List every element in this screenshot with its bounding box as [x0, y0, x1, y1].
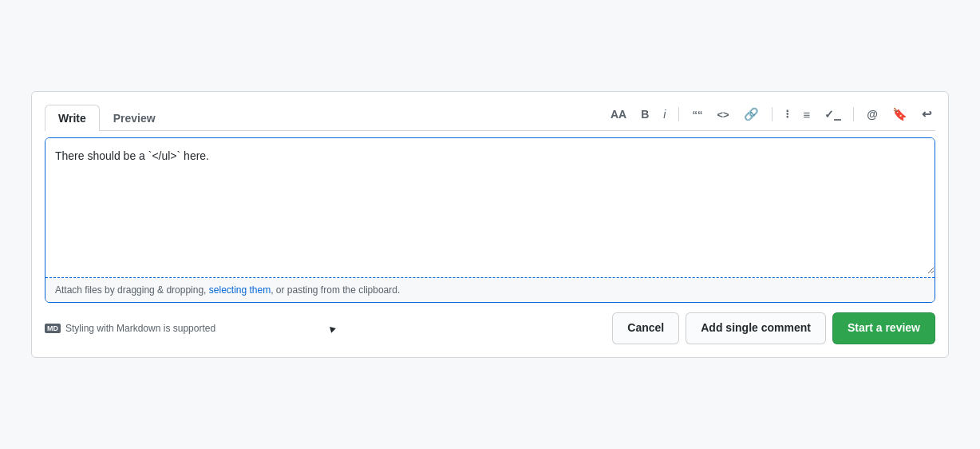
- markdown-icon: MD: [45, 324, 61, 333]
- link-button[interactable]: 🔗: [741, 105, 762, 123]
- editor-container: Write Preview AA B i ““ <> 🔗 ⁝ ≡ ✓⎯ @ 🔖 …: [31, 91, 949, 358]
- button-group: Cancel Add single comment Start a review: [612, 312, 935, 344]
- cancel-button[interactable]: Cancel: [612, 312, 679, 344]
- mention-button[interactable]: @: [863, 106, 881, 122]
- task-list-button[interactable]: ✓⎯: [821, 106, 844, 122]
- attach-text-after: , or pasting from the clipboard.: [271, 284, 400, 296]
- bottom-row: MD Styling with Markdown is supported Ca…: [45, 312, 935, 344]
- selecting-them-link[interactable]: selecting them: [209, 284, 271, 296]
- ordered-list-button[interactable]: ≡: [800, 106, 814, 123]
- quote-button[interactable]: ““: [689, 107, 705, 122]
- unordered-list-button[interactable]: ⁝: [782, 105, 792, 123]
- reply-button[interactable]: ↩: [919, 105, 935, 123]
- start-review-button[interactable]: Start a review: [832, 312, 935, 344]
- attach-text-before: Attach files by dragging & dropping,: [55, 284, 209, 296]
- italic-button[interactable]: i: [660, 106, 669, 122]
- heading-button[interactable]: AA: [607, 106, 630, 122]
- toolbar-divider-2: [772, 107, 773, 121]
- markdown-badge: MD Styling with Markdown is supported: [45, 323, 215, 334]
- tabs-toolbar: Write Preview AA B i ““ <> 🔗 ⁝ ≡ ✓⎯ @ 🔖 …: [45, 105, 935, 131]
- tab-preview[interactable]: Preview: [100, 105, 169, 131]
- markdown-label: Styling with Markdown is supported: [65, 323, 215, 334]
- attach-bar: Attach files by dragging & dropping, sel…: [45, 277, 935, 302]
- cursor-arrow-indicator: [330, 325, 337, 333]
- textarea-wrapper: There should be a `</ul>` here. Attach f…: [45, 137, 935, 303]
- toolbar-divider-3: [853, 107, 854, 121]
- comment-textarea[interactable]: There should be a `</ul>` here.: [45, 138, 935, 274]
- tab-write[interactable]: Write: [45, 105, 100, 131]
- add-single-comment-button[interactable]: Add single comment: [686, 312, 826, 344]
- toolbar: AA B i ““ <> 🔗 ⁝ ≡ ✓⎯ @ 🔖 ↩: [607, 105, 935, 129]
- code-button[interactable]: <>: [713, 107, 732, 122]
- toolbar-divider-1: [678, 107, 679, 121]
- reference-button[interactable]: 🔖: [889, 105, 911, 123]
- bold-button[interactable]: B: [638, 106, 652, 122]
